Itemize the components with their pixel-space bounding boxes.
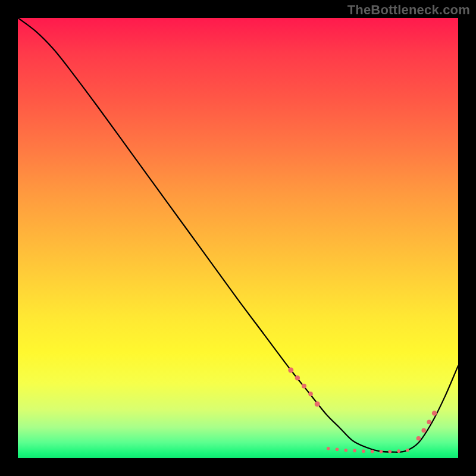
marker-dot: [295, 375, 300, 380]
marker-dot: [308, 392, 313, 396]
marker-dot: [362, 449, 365, 453]
marker-dot: [380, 450, 383, 453]
marker-dot: [371, 450, 374, 453]
marker-dot: [345, 449, 348, 452]
marker-dot: [397, 449, 400, 453]
watermark-text: TheBottleneck.com: [347, 2, 470, 18]
highlight-markers: [288, 368, 437, 453]
marker-dot: [315, 401, 320, 406]
marker-dot: [416, 436, 421, 441]
marker-dot: [288, 368, 293, 373]
marker-dot: [327, 447, 330, 450]
marker-dot: [389, 450, 392, 453]
marker-dot: [336, 447, 339, 451]
marker-dot: [406, 449, 409, 452]
marker-dot: [353, 449, 356, 453]
plot-area: [18, 18, 458, 458]
marker-dot: [302, 384, 306, 389]
marker-dot: [421, 428, 426, 433]
curve-layer: [18, 18, 458, 458]
marker-dot: [427, 420, 431, 425]
chart-frame: TheBottleneck.com: [0, 0, 476, 476]
bottleneck-curve: [18, 18, 458, 452]
marker-dot: [432, 411, 437, 415]
